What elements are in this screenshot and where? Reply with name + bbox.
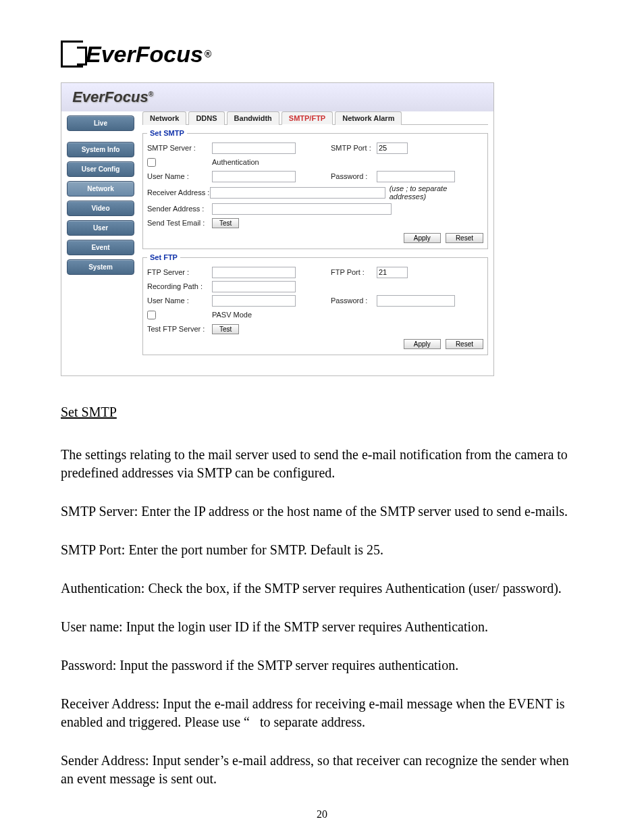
doc-para: SMTP Server: Enter the IP address or the… (61, 502, 583, 521)
tab-smtp-ftp[interactable]: SMTP/FTP (281, 111, 333, 125)
registered-icon: ® (205, 49, 211, 59)
ftp-reset-button[interactable]: Reset (446, 339, 483, 349)
doc-para: User name: Input the login user ID if th… (61, 618, 583, 636)
smtp-port-input[interactable] (377, 142, 408, 154)
tab-bandwidth[interactable]: Bandwidth (227, 111, 279, 125)
page-logo: EverFocus® (61, 41, 583, 70)
smtp-pass-input[interactable] (377, 171, 455, 182)
tab-network-alarm[interactable]: Network Alarm (335, 111, 402, 125)
smtp-test-button[interactable]: Test (212, 218, 239, 228)
smtp-sender-label: Sender Address : (147, 205, 212, 213)
ftp-port-label: FTP Port : (331, 268, 377, 276)
ftp-server-label: FTP Server : (147, 268, 212, 276)
doc-para: Authentication: Check the box, if the SM… (61, 579, 583, 598)
tab-ddns[interactable]: DDNS (188, 111, 224, 125)
page-number: 20 (61, 808, 583, 820)
app-logo-text: EverFocus (72, 88, 149, 105)
logo-mark-icon (61, 41, 83, 68)
tab-network[interactable]: Network (142, 111, 186, 125)
ui-screenshot: EverFocus® Live System Info User Config … (61, 82, 494, 376)
ftp-pass-input[interactable] (377, 295, 455, 307)
ftp-test-label: Test FTP Server : (147, 325, 212, 333)
ftp-rec-label: Recording Path : (147, 282, 212, 290)
doc-body: Set SMTP The settings relating to the ma… (61, 403, 583, 788)
doc-para: Sender Address: Input sender’s e-mail ad… (61, 752, 583, 788)
smtp-reset-button[interactable]: Reset (446, 233, 483, 243)
smtp-section: Set SMTP SMTP Server : SMTP Port : Authe… (142, 129, 488, 249)
sidebar-item-video[interactable]: Video (67, 201, 134, 216)
registered-icon: ® (149, 90, 153, 98)
ftp-legend: Set FTP (147, 253, 180, 261)
smtp-sender-input[interactable] (212, 203, 392, 215)
ftp-pasv-checkbox[interactable] (147, 311, 156, 319)
smtp-user-label: User Name : (147, 172, 212, 180)
smtp-recv-input[interactable] (210, 187, 385, 199)
smtp-test-label: Send Test Email : (147, 219, 212, 227)
doc-para: Receiver Address: Input the e-mail addre… (61, 695, 583, 731)
smtp-user-input[interactable] (212, 171, 296, 182)
sidebar-item-user-config[interactable]: User Config (67, 161, 134, 177)
smtp-legend: Set SMTP (147, 129, 187, 137)
doc-heading: Set SMTP (61, 403, 583, 421)
sidebar-item-network[interactable]: Network (67, 181, 134, 197)
ftp-test-button[interactable]: Test (212, 324, 239, 334)
smtp-pass-label: Password : (331, 172, 377, 180)
ftp-server-input[interactable] (212, 267, 296, 278)
sidebar-item-system-info[interactable]: System Info (67, 142, 134, 157)
ftp-section: Set FTP FTP Server : FTP Port : Recordin… (142, 253, 488, 355)
sidebar: Live System Info User Config Network Vid… (61, 111, 140, 355)
ftp-user-input[interactable] (212, 295, 296, 307)
smtp-auth-checkbox[interactable] (147, 158, 156, 167)
smtp-server-input[interactable] (212, 142, 296, 154)
ftp-user-label: User Name : (147, 296, 212, 305)
doc-para: SMTP Port: Enter the port number for SMT… (61, 541, 583, 559)
smtp-apply-button[interactable]: Apply (404, 233, 441, 243)
tab-bar: Network DDNS Bandwidth SMTP/FTP Network … (142, 111, 488, 125)
smtp-auth-label: Authentication (212, 158, 259, 166)
sidebar-item-live[interactable]: Live (67, 115, 134, 131)
logo-text: EverFocus (86, 41, 203, 68)
ftp-port-input[interactable] (377, 267, 408, 278)
app-header: EverFocus® (61, 83, 493, 111)
doc-para: The settings relating to the mail server… (61, 446, 583, 482)
sidebar-item-user[interactable]: User (67, 220, 134, 236)
ftp-pass-label: Password : (331, 296, 377, 305)
ftp-pasv-label: PASV Mode (212, 311, 252, 319)
smtp-recv-note: (use ; to separate addresses) (390, 184, 483, 201)
smtp-port-label: SMTP Port : (331, 144, 377, 152)
smtp-server-label: SMTP Server : (147, 144, 212, 152)
sidebar-item-event[interactable]: Event (67, 240, 134, 255)
smtp-recv-label: Receiver Address : (147, 188, 210, 197)
ftp-apply-button[interactable]: Apply (404, 339, 441, 349)
ftp-rec-input[interactable] (212, 281, 296, 292)
doc-para: Password: Input the password if the SMTP… (61, 656, 583, 675)
sidebar-item-system[interactable]: System (67, 259, 134, 275)
